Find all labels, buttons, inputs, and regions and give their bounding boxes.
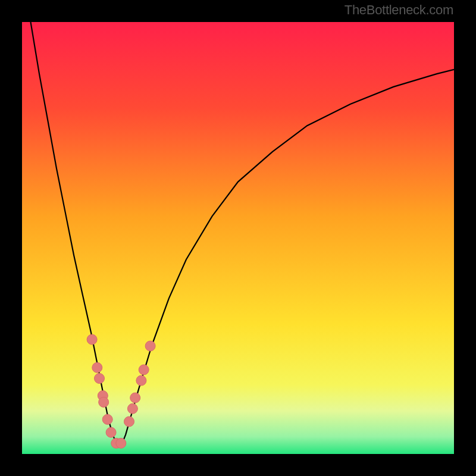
data-point	[99, 397, 109, 407]
data-point	[87, 334, 97, 345]
data-point	[116, 438, 126, 448]
data-point	[106, 427, 116, 437]
data-point	[127, 403, 137, 414]
data-point	[145, 341, 155, 351]
chart-frame: TheBottleneck.com	[0, 0, 476, 476]
data-point	[130, 393, 140, 403]
data-point	[139, 365, 149, 375]
data-point	[95, 374, 105, 384]
data-point	[102, 414, 112, 424]
gradient-background	[22, 22, 454, 454]
plot-area	[22, 22, 454, 454]
chart-svg	[22, 22, 454, 454]
data-point	[136, 375, 146, 386]
data-point	[92, 362, 102, 372]
data-point	[124, 416, 134, 427]
watermark-text: TheBottleneck.com	[345, 2, 453, 18]
